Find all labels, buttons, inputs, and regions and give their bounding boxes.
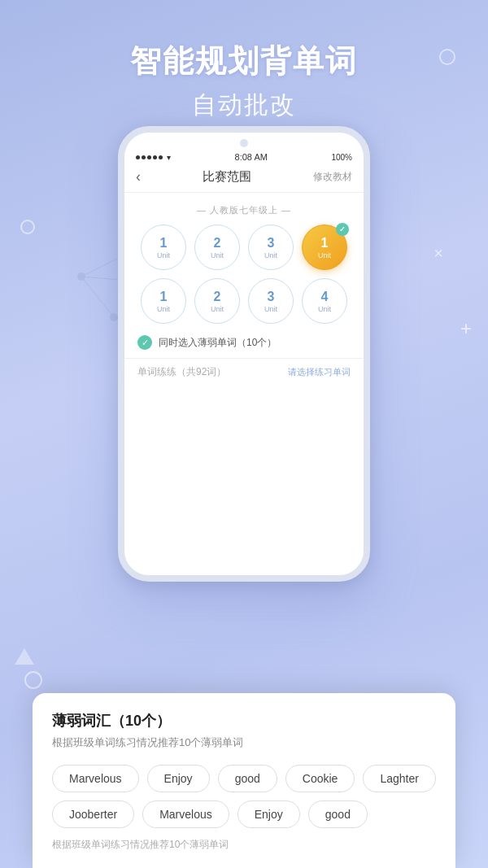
sheet-title: 薄弱词汇（10个）	[52, 711, 436, 731]
unit-item-row1-0[interactable]: 1Unit	[141, 225, 186, 270]
deco-circle-3	[24, 671, 42, 689]
weak-words-checkbox-row[interactable]: ✓ 同时选入薄弱单词（10个）	[124, 329, 364, 356]
unit-grid-row2: 1Unit2Unit3Unit4Unit	[124, 278, 364, 324]
phone-mockup: ▾ 8:08 AM 100% ‹ 比赛范围 修改教材 — 人教版七年级上 — 1…	[118, 126, 370, 582]
word-tag-0[interactable]: Marvelous	[52, 765, 139, 792]
unit-label-row2-1: Unit	[211, 305, 224, 313]
title-area: 智能规划背单词 自动批改	[0, 0, 488, 138]
unit-item-row2-0[interactable]: 1Unit	[141, 278, 186, 324]
edit-textbook-button[interactable]: 修改教材	[313, 170, 352, 184]
section-label: — 人教版七年级上 —	[124, 204, 364, 216]
unit-label-row2-2: Unit	[264, 305, 277, 313]
unit-label-row1-1: Unit	[211, 251, 224, 260]
checkbox-icon: ✓	[137, 335, 152, 350]
unit-label-row1-3: Unit	[318, 251, 331, 260]
svg-point-3	[110, 313, 118, 321]
phone-frame: ▾ 8:08 AM 100% ‹ 比赛范围 修改教材 — 人教版七年级上 — 1…	[118, 126, 370, 582]
battery-indicator: 100%	[331, 153, 352, 162]
main-title: 智能规划背单词	[0, 41, 488, 82]
svg-point-0	[77, 273, 85, 281]
nav-title: 比赛范围	[203, 169, 251, 185]
signal-indicator: ▾	[136, 153, 171, 162]
deco-plus: +	[460, 317, 472, 340]
word-count-action[interactable]: 请选择练习单词	[288, 366, 351, 378]
word-count-row: 单词练练（共92词） 请选择练习单词	[124, 358, 364, 386]
selected-check-badge: ✓	[336, 223, 349, 236]
sub-title: 自动批改	[0, 89, 488, 122]
word-tag-7[interactable]: Enjoy	[237, 800, 300, 828]
unit-item-row2-1[interactable]: 2Unit	[194, 278, 240, 324]
word-tag-4[interactable]: Laghter	[363, 765, 435, 792]
unit-label-row2-0: Unit	[157, 305, 170, 313]
sheet-footer: 根据班级单词练习情况推荐10个薄弱单词	[52, 838, 436, 852]
unit-label-row1-0: Unit	[157, 251, 170, 260]
unit-label-row1-2: Unit	[264, 251, 277, 260]
unit-item-row2-3[interactable]: 4Unit	[302, 278, 347, 324]
unit-grid-row1: 1Unit2Unit3Unit1Unit✓	[124, 225, 364, 270]
back-button[interactable]: ‹	[136, 168, 141, 185]
status-bar: ▾ 8:08 AM 100%	[124, 147, 364, 164]
unit-item-row1-1[interactable]: 2Unit	[194, 225, 240, 270]
word-tag-6[interactable]: Marvelous	[142, 800, 229, 828]
word-tag-1[interactable]: Enjoy	[147, 765, 210, 792]
svg-line-7	[81, 277, 114, 317]
unit-item-row1-3[interactable]: 1Unit✓	[302, 225, 347, 270]
nav-bar: ‹ 比赛范围 修改教材	[124, 164, 364, 193]
unit-label-row2-3: Unit	[318, 305, 331, 313]
deco-triangle	[15, 648, 34, 665]
unit-item-row1-2[interactable]: 3Unit	[248, 225, 294, 270]
deco-cross: ×	[434, 244, 443, 263]
unit-item-row2-2[interactable]: 3Unit	[248, 278, 294, 324]
status-time: 8:08 AM	[235, 152, 268, 162]
word-tag-3[interactable]: Cookie	[285, 765, 355, 792]
word-tag-8[interactable]: good	[308, 800, 368, 828]
word-count-text: 单词练练（共92词）	[137, 365, 226, 379]
phone-content: — 人教版七年级上 — 1Unit2Unit3Unit1Unit✓ 1Unit2…	[124, 193, 364, 392]
deco-circle-2	[20, 220, 35, 234]
phone-notch	[240, 139, 248, 147]
sheet-subtitle: 根据班级单词练习情况推荐10个薄弱单词	[52, 735, 436, 750]
checkbox-label: 同时选入薄弱单词（10个）	[159, 336, 277, 350]
bottom-sheet: 薄弱词汇（10个） 根据班级单词练习情况推荐10个薄弱单词 MarvelousE…	[33, 693, 455, 868]
word-tag-5[interactable]: Jooberter	[52, 800, 134, 828]
word-tags-container: MarvelousEnjoygoodCookieLaghterJooberter…	[52, 765, 436, 828]
word-tag-2[interactable]: good	[218, 765, 277, 792]
wifi-icon: ▾	[167, 153, 171, 162]
